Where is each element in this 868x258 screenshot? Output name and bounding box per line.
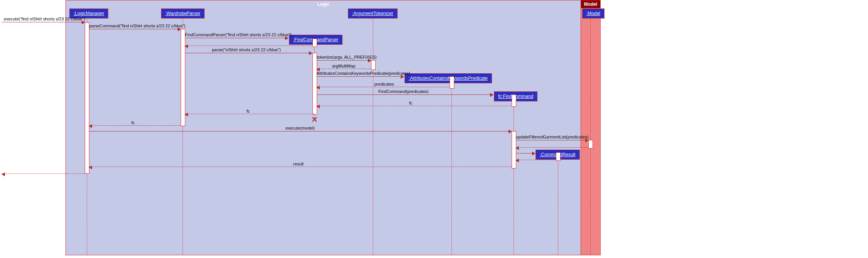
msg-final-ret: [2, 174, 85, 174]
lifeline-fc: [514, 101, 514, 255]
msg-update-ret: [516, 147, 588, 148]
msg-tokenize: tokenize(args, ALL_PREFIXES): [317, 60, 371, 61]
act-fc1: [512, 94, 516, 107]
msg-fc-ret3: fc: [89, 125, 181, 126]
msg-fcp-new: FindCommandParser("find n/Shirt shorts s…: [185, 38, 288, 38]
msg-cr-new: [516, 153, 535, 153]
obj-model: :Model: [582, 8, 604, 19]
msg-cr-ret: [516, 160, 556, 160]
frame-title-logic: Logic: [314, 0, 334, 8]
act-lm: [85, 22, 89, 174]
msg-ackp-new: AttributesContainsKeywordsPredicate(pred…: [317, 76, 404, 77]
msg-parse: parse("n/Shirt shorts s/23 22 c/blue"): [185, 53, 312, 53]
act-model: [588, 140, 593, 148]
msg-fcp-ret: [185, 46, 312, 46]
msg-argmm: argMultiMap: [317, 69, 371, 69]
msg-fc-ret1: fc: [317, 106, 511, 106]
frame-title-model: Model: [581, 0, 600, 8]
act-ackp: [450, 76, 454, 89]
act-at: [371, 60, 376, 70]
msg-fc-new: FindCommand(predicates): [317, 94, 493, 95]
lifeline-ackp: [452, 83, 452, 255]
msg-update-list: updateFilteredGarmentList(predicates): [516, 140, 588, 140]
obj-argument-tokenizer: :ArgumentTokenizer: [348, 8, 398, 19]
act-wp: [181, 29, 185, 126]
obj-wardrobe-parser: :WardrobeParser: [161, 8, 205, 19]
lifeline-cr: [558, 159, 558, 255]
destroy-fcp: ✕: [311, 115, 318, 124]
msg-fc-ret2: fc: [185, 114, 314, 115]
msg-execute: execute("find n/Shirt shorts s/23 22 c/b…: [2, 22, 85, 22]
act-cr: [556, 152, 561, 161]
frame-model: Model: [581, 0, 601, 255]
obj-attr-predicate: :AttributesContainsKeywordsPredicate: [405, 73, 492, 83]
msg-result: result: [89, 167, 512, 167]
msg-predicates: predicates: [317, 87, 449, 88]
act-fcp1: [312, 39, 317, 47]
lifeline-model: [590, 19, 591, 255]
msg-parse-command: parseCommand("find n/Shirt shorts s/23 2…: [89, 29, 181, 29]
msg-execute-model: execute(model): [89, 131, 512, 132]
lifeline-at: [373, 19, 373, 255]
